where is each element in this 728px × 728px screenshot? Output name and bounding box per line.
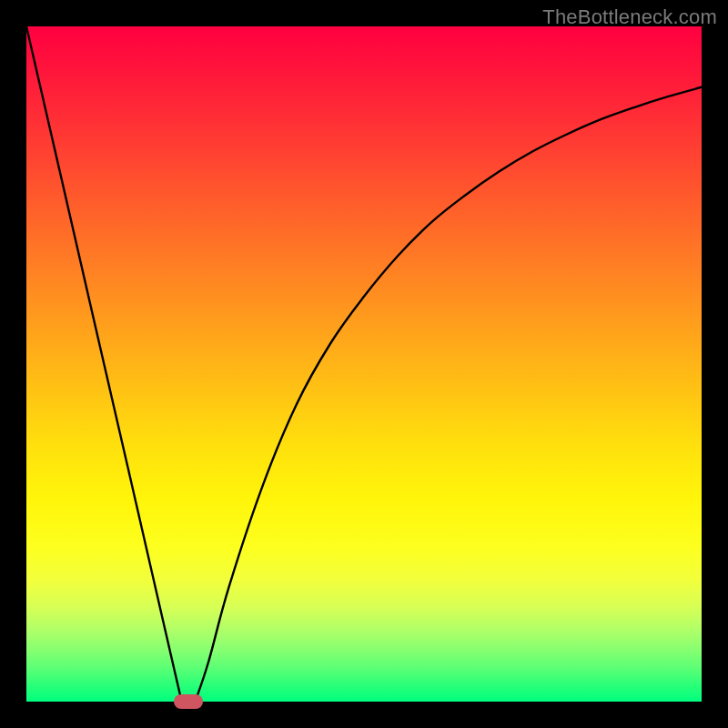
optimum-marker — [174, 694, 203, 709]
chart-frame: TheBottleneck.com — [0, 0, 728, 728]
plot-area — [26, 26, 702, 702]
watermark-text: TheBottleneck.com — [542, 5, 717, 29]
curve-right — [196, 87, 703, 702]
curve-left — [26, 26, 182, 702]
bottleneck-curve — [26, 26, 702, 702]
